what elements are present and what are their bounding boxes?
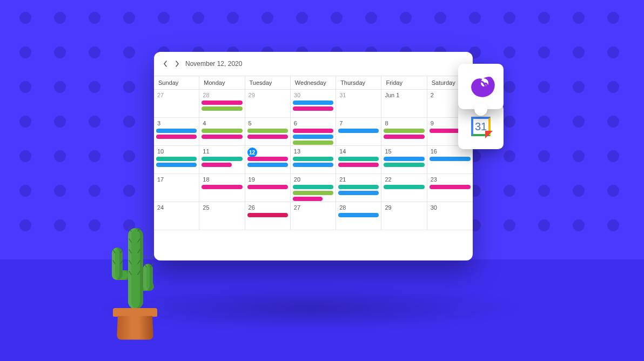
event-bar[interactable] <box>338 163 379 167</box>
event-bar[interactable] <box>384 163 424 167</box>
day-number: 3 <box>157 120 160 126</box>
day-cell[interactable]: 19 <box>245 174 291 202</box>
day-cell[interactable]: 16 <box>427 146 473 174</box>
day-cell[interactable]: 28 <box>336 202 381 230</box>
event-bar[interactable] <box>156 163 197 167</box>
event-bar[interactable] <box>202 101 242 105</box>
gcal-day-number: 31 <box>466 111 496 142</box>
day-cell[interactable]: 20 <box>291 174 336 202</box>
event-bar[interactable] <box>293 101 333 105</box>
day-number: 5 <box>249 120 252 126</box>
event-bar[interactable] <box>293 197 323 201</box>
day-cell[interactable]: 23 <box>427 174 473 202</box>
event-bar[interactable] <box>338 129 379 133</box>
day-cell[interactable]: 6 <box>291 118 336 146</box>
day-number: 17 <box>157 176 164 183</box>
svg-line-17 <box>151 255 153 258</box>
day-cell[interactable]: 10 <box>154 146 199 174</box>
event-bar[interactable] <box>338 185 379 189</box>
event-bar[interactable] <box>293 157 333 161</box>
event-bar[interactable] <box>247 135 288 139</box>
day-cell[interactable]: 26 <box>245 202 291 230</box>
day-header: Thursday <box>336 76 381 90</box>
day-cell[interactable]: 22 <box>381 174 427 202</box>
event-bar[interactable] <box>338 213 379 217</box>
event-bar[interactable] <box>202 135 242 139</box>
event-bar[interactable] <box>384 129 424 133</box>
next-button[interactable] <box>173 60 181 68</box>
event-bar[interactable] <box>202 185 242 189</box>
event-bar[interactable] <box>384 135 424 139</box>
calendar-grid: SundayMondayTuesdayWednesdayThursdayFrid… <box>154 76 473 230</box>
day-number: 6 <box>294 120 297 126</box>
svg-line-4 <box>129 239 131 242</box>
day-cell[interactable]: 17 <box>154 174 199 202</box>
event-bar[interactable] <box>156 135 197 139</box>
event-bar[interactable] <box>338 191 379 195</box>
svg-line-5 <box>138 239 140 242</box>
day-cell[interactable]: 7 <box>336 118 381 146</box>
event-bar[interactable] <box>247 213 288 217</box>
event-bar[interactable] <box>384 185 424 189</box>
event-bar[interactable] <box>247 185 288 189</box>
day-cell[interactable]: 13 <box>291 146 336 174</box>
day-number: 2 <box>431 92 434 98</box>
prev-button[interactable] <box>162 60 169 68</box>
day-cell[interactable]: 14 <box>336 146 381 174</box>
event-bar[interactable] <box>293 135 333 139</box>
day-cell[interactable]: 30 <box>427 202 473 230</box>
event-bar[interactable] <box>293 141 333 145</box>
event-bar[interactable] <box>430 157 471 161</box>
day-cell[interactable]: 4 <box>199 118 245 146</box>
event-bar[interactable] <box>156 129 197 133</box>
event-bar[interactable] <box>430 185 471 189</box>
day-cell[interactable]: 29 <box>245 90 291 118</box>
day-cell[interactable]: 3 <box>154 118 199 146</box>
day-cell[interactable]: 12 <box>245 146 291 174</box>
day-cell[interactable]: 15 <box>381 146 427 174</box>
day-cell[interactable]: Jun 1 <box>381 90 427 118</box>
event-bar[interactable] <box>247 129 288 133</box>
event-bar[interactable] <box>202 129 242 133</box>
event-bar[interactable] <box>247 157 288 161</box>
event-bar[interactable] <box>156 157 197 161</box>
cactus-illustration <box>105 199 165 339</box>
svg-line-2 <box>129 228 131 231</box>
svg-line-8 <box>129 260 131 264</box>
event-bar[interactable] <box>202 157 242 161</box>
day-cell[interactable]: 5 <box>245 118 291 146</box>
day-number: 25 <box>203 204 209 211</box>
event-bar[interactable] <box>338 157 379 161</box>
day-number: 13 <box>294 148 300 155</box>
svg-line-12 <box>113 250 115 253</box>
day-cell[interactable]: 28 <box>199 90 245 118</box>
event-bar[interactable] <box>293 106 333 111</box>
day-number: 29 <box>385 204 391 211</box>
event-bar[interactable] <box>293 191 333 195</box>
event-bar[interactable] <box>384 157 424 161</box>
day-number: 16 <box>431 148 437 155</box>
day-cell[interactable]: 25 <box>199 202 245 230</box>
event-bar[interactable] <box>247 163 288 167</box>
blazor-icon <box>465 71 497 102</box>
day-cell[interactable]: 31 <box>336 90 381 118</box>
event-bar[interactable] <box>202 163 231 167</box>
day-cell[interactable]: 11 <box>199 146 245 174</box>
day-cell[interactable]: 27 <box>154 90 199 118</box>
event-bar[interactable] <box>293 185 333 189</box>
calendar-panel: November 12, 2020 SundayMondayTuesdayWed… <box>154 52 473 260</box>
event-bar[interactable] <box>202 106 242 111</box>
day-cell[interactable]: 27 <box>291 202 336 230</box>
svg-line-9 <box>138 260 140 264</box>
day-cell[interactable]: 21 <box>336 174 381 202</box>
day-cell[interactable]: 18 <box>199 174 245 202</box>
event-bar[interactable] <box>293 129 333 133</box>
day-cell[interactable]: 30 <box>291 90 336 118</box>
day-number: 23 <box>431 176 437 183</box>
today-marker: 12 <box>247 148 257 157</box>
event-bar[interactable] <box>293 163 333 167</box>
day-cell[interactable]: 29 <box>381 202 427 230</box>
day-cell[interactable]: 8 <box>381 118 427 146</box>
day-number: 29 <box>249 92 255 98</box>
svg-line-11 <box>138 271 140 275</box>
